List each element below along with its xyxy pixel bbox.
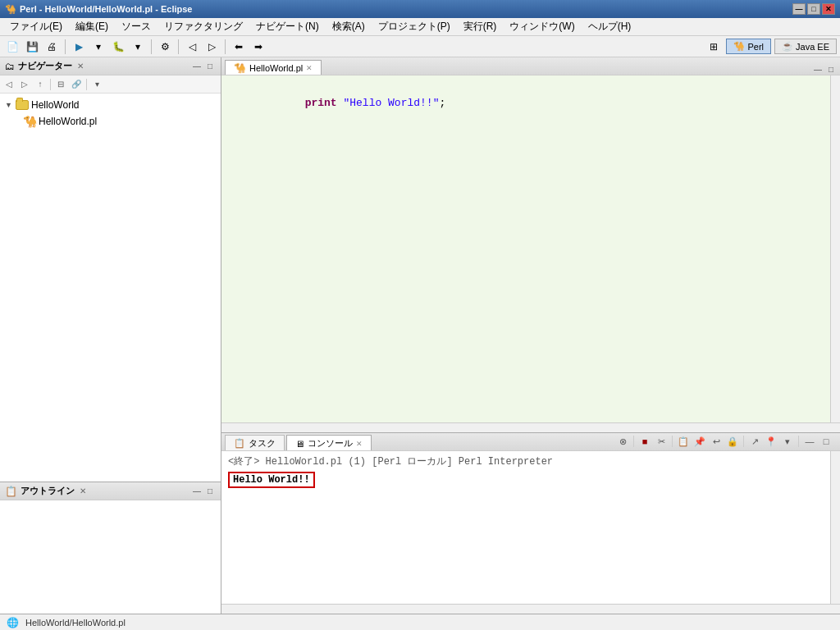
menu-refactor[interactable]: リファクタリング	[158, 18, 249, 35]
file-label: HelloWorld.pl	[39, 116, 97, 127]
build-button[interactable]: ⚙	[156, 38, 174, 56]
nav-sep-1	[50, 79, 51, 90]
outline-close-button[interactable]: ✕	[78, 486, 88, 496]
nav-up-button[interactable]: ↑	[33, 77, 48, 92]
minimize-button[interactable]: —	[792, 3, 806, 15]
menu-project[interactable]: プロジェクト(P)	[372, 18, 457, 35]
next-edit-button[interactable]: ▷	[203, 38, 221, 56]
editor-tab-bar: 🐪 HelloWorld.pl ✕ — □	[221, 57, 840, 75]
editor-scrollbar-h[interactable]	[221, 422, 840, 432]
debug-dropdown[interactable]: ▾	[129, 38, 147, 56]
close-button[interactable]: ✕	[822, 3, 835, 15]
save-button[interactable]: 💾	[23, 38, 41, 56]
console-stop-button[interactable]: ■	[637, 434, 652, 449]
menu-window[interactable]: ウィンドウ(W)	[503, 18, 581, 35]
tab-task-label: タスク	[249, 437, 276, 450]
tab-console-label: コンソール	[308, 437, 353, 450]
console-body: <終了> HelloWorld.pl (1) [Perl ローカル] Perl …	[221, 451, 840, 604]
console-disconnect-button[interactable]: ✂	[654, 434, 669, 449]
new-button[interactable]: 📄	[3, 38, 21, 56]
nav-forward-button[interactable]: ▷	[17, 77, 32, 92]
navigator-toolbar: ◁ ▷ ↑ ⊟ 🔗 ▾	[0, 75, 221, 94]
toolbar-separator-3	[178, 39, 179, 54]
menu-search[interactable]: 検索(A)	[326, 18, 372, 35]
perl-file-icon: 🐪	[23, 115, 36, 128]
tree-item-project[interactable]: ▼ HelloWorld	[3, 97, 217, 113]
tab-task[interactable]: 📋 タスク	[225, 435, 285, 450]
console-pin-button[interactable]: 📍	[764, 434, 778, 449]
forward-button[interactable]: ➡	[249, 38, 267, 56]
tab-console[interactable]: 🖥 コンソール ✕	[286, 435, 372, 450]
tree-arrow-project: ▼	[5, 101, 13, 109]
console-wrap-button[interactable]: ↩	[709, 434, 724, 449]
nav-link-button[interactable]: 🔗	[69, 77, 84, 92]
toolbar-separator-4	[225, 39, 226, 54]
console-sep-3	[743, 436, 744, 447]
editor-tab-icon: 🐪	[234, 62, 246, 74]
print-button[interactable]: 🖨	[43, 38, 61, 56]
code-semicolon: ;	[439, 97, 445, 109]
menu-file[interactable]: ファイル(E)	[3, 18, 69, 35]
toolbar-separator-2	[151, 39, 152, 54]
status-icon: 🌐	[7, 617, 19, 628]
console-minimize-button[interactable]: —	[802, 434, 817, 449]
editor-minimize-button[interactable]: —	[812, 63, 824, 75]
menu-help[interactable]: ヘルプ(H)	[582, 18, 638, 35]
maximize-button[interactable]: □	[807, 3, 820, 15]
menu-edit[interactable]: 編集(E)	[69, 18, 115, 35]
outline-maximize-button[interactable]: □	[204, 486, 216, 497]
menu-run[interactable]: 実行(R)	[457, 18, 504, 35]
code-string-helloworld: "Hello World!!"	[343, 97, 439, 109]
console-dropdown-button[interactable]: ▾	[780, 434, 795, 449]
console-scrollbar-v[interactable]	[830, 451, 840, 604]
console-clear-button[interactable]: ⊗	[615, 434, 630, 449]
console-scroll-lock-button[interactable]: 🔒	[725, 434, 740, 449]
nav-back-button[interactable]: ◁	[2, 77, 16, 92]
editor-tab-helloworld[interactable]: 🐪 HelloWorld.pl ✕	[225, 60, 322, 75]
run-button[interactable]: ▶	[70, 38, 88, 56]
window-title: Perl - HelloWorld/HelloWorld.pl - Eclips…	[20, 4, 192, 14]
prev-edit-button[interactable]: ◁	[183, 38, 201, 56]
navigator-maximize-button[interactable]: □	[204, 61, 216, 72]
back-button[interactable]: ⬅	[230, 38, 248, 56]
open-perspective-icon[interactable]: ⊞	[705, 38, 723, 56]
console-paste-button[interactable]: 📌	[692, 434, 707, 449]
navigator-icon: 🗂	[5, 61, 15, 72]
editor-maximize-button[interactable]: □	[825, 63, 837, 75]
java-icon: ☕	[782, 41, 793, 52]
title-bar-controls: — □ ✕	[792, 3, 835, 15]
nav-menu-button[interactable]: ▾	[89, 77, 104, 92]
console-scrollbar-h[interactable]	[221, 604, 840, 614]
tree-item-file[interactable]: 🐪 HelloWorld.pl	[3, 113, 217, 130]
console-tab-close[interactable]: ✕	[356, 440, 363, 448]
bottom-tab-bar: 📋 タスク 🖥 コンソール ✕ ⊗ ■ ✂ 📋 📌 ↩	[221, 433, 840, 451]
java-perspective-button[interactable]: ☕ Java EE	[774, 39, 837, 54]
perl-icon: 🐪	[733, 41, 745, 52]
outline-pane-controls: — □	[191, 486, 216, 497]
toolbar-separator-1	[65, 39, 66, 54]
console-copy-button[interactable]: 📋	[676, 434, 691, 449]
console-maximize-button[interactable]: □	[819, 434, 833, 449]
right-panel: 🐪 HelloWorld.pl ✕ — □ print "Hello World…	[221, 57, 840, 614]
nav-collapse-button[interactable]: ⊟	[53, 77, 68, 92]
navigator-close-button[interactable]: ✕	[75, 62, 85, 71]
menu-navigate[interactable]: ナビゲート(N)	[249, 18, 326, 35]
java-perspective-label: Java EE	[796, 42, 829, 52]
navigator-minimize-button[interactable]: —	[191, 61, 203, 72]
nav-sep-2	[86, 79, 87, 90]
toolbar-right: ⊞ 🐪 Perl ☕ Java EE	[705, 38, 837, 56]
console-open-button[interactable]: ↗	[747, 434, 762, 449]
menu-source[interactable]: ソース	[115, 18, 158, 35]
editor-tab-close[interactable]: ✕	[306, 64, 313, 72]
debug-button[interactable]: 🐛	[109, 38, 127, 56]
code-keyword-print: print	[305, 97, 337, 109]
editor-content[interactable]: print "Hello World!!";	[221, 75, 830, 422]
editor-scrollbar-v[interactable]	[830, 75, 840, 422]
editor-area: 🐪 HelloWorld.pl ✕ — □ print "Hello World…	[221, 57, 840, 433]
outline-minimize-button[interactable]: —	[191, 486, 203, 497]
outline-content	[0, 500, 221, 614]
main-area: 🗂 ナビゲーター ✕ — □ ◁ ▷ ↑ ⊟ 🔗 ▾ ▼	[0, 57, 840, 614]
run-dropdown[interactable]: ▾	[89, 38, 107, 56]
perl-perspective-button[interactable]: 🐪 Perl	[726, 39, 771, 54]
status-bar: 🌐 HelloWorld/HelloWorld.pl	[0, 614, 840, 630]
